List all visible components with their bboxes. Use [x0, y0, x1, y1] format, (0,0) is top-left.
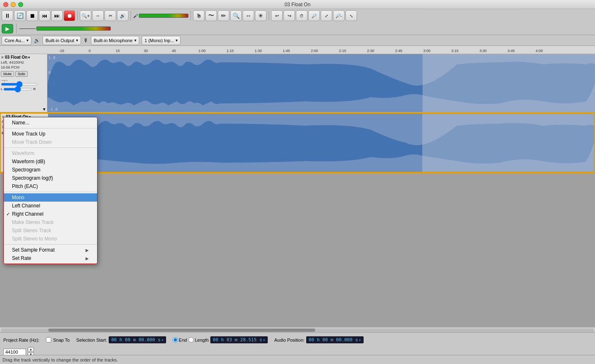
scrollbar-thumb[interactable] — [48, 328, 315, 332]
tool-pencil[interactable]: ✏ — [218, 10, 229, 21]
track-1-buttons: Mute Solo — [1, 71, 46, 77]
track-1-pan-l: L — [1, 87, 2, 91]
ruler-mark: 3:15 — [441, 49, 469, 53]
track-1-mute[interactable]: Mute — [1, 71, 14, 77]
window-controls — [3, 2, 23, 7]
zoom-in-button[interactable]: 🔍+ — [80, 10, 91, 21]
menu-item-label: Waveform — [12, 150, 34, 156]
audio-position-dropdown[interactable]: ▾ — [359, 338, 361, 342]
output-dropdown[interactable]: Built-in Output — [43, 36, 81, 45]
project-rate-label: Project Rate (Hz): — [3, 338, 39, 343]
menu-item-set-rate[interactable]: Set Rate▶ — [4, 254, 97, 262]
undo-button[interactable]: ↩ — [271, 10, 283, 21]
menu-item-spectrogram-logf[interactable]: Spectrogram log(f) — [4, 174, 97, 182]
snap-to-checkbox[interactable] — [46, 337, 51, 343]
end-value[interactable]: 00 h 03 m 28.515 s ▾ — [210, 336, 268, 343]
end-radio-label[interactable]: End — [173, 337, 187, 343]
track-1-pan-r: R — [33, 87, 36, 91]
audio-host-dropdown[interactable]: Core Au... — [2, 36, 31, 45]
track-1-collapse[interactable]: ▼ — [42, 107, 46, 112]
end-value-dropdown[interactable]: ▾ — [263, 338, 265, 342]
menu-item-left-channel[interactable]: Left Channel — [4, 202, 97, 210]
track-1-gain-slider[interactable] — [1, 83, 38, 86]
length-radio-label[interactable]: Length — [188, 337, 209, 343]
menu-item-move-track-down: Move Track Down — [4, 138, 97, 146]
stop-button[interactable]: ⏹ — [26, 10, 38, 21]
selection-start-dropdown[interactable]: ▾ — [161, 338, 163, 342]
zoom-sel-button[interactable]: 🔎 — [308, 10, 320, 21]
track-1-pan-slider[interactable] — [3, 88, 32, 90]
length-radio[interactable] — [188, 337, 194, 343]
track-1-pan: L R — [1, 87, 46, 91]
end-radio[interactable] — [173, 337, 178, 343]
tool-zoom[interactable]: 🔍 — [230, 10, 242, 21]
tool-select[interactable]: 🖱 — [193, 10, 205, 21]
minimize-button[interactable] — [11, 2, 16, 7]
menu-item-label: Name... — [12, 120, 29, 126]
menu-item-label: Move Track Down — [12, 139, 52, 145]
menu-item-right-channel[interactable]: ✓Right Channel — [4, 210, 97, 218]
zoom-full-button[interactable]: ⤡ — [345, 10, 357, 21]
close-button[interactable] — [3, 2, 8, 7]
snap-to-group: Snap To — [46, 337, 69, 343]
svg-rect-9 — [423, 54, 595, 112]
play-button[interactable]: ▶ — [2, 24, 13, 33]
project-rate-up[interactable]: ▲ — [28, 347, 34, 352]
zoom-fit-button[interactable]: ⤢ — [321, 10, 332, 21]
context-menu: Name...Move Track UpMove Track DownWavef… — [3, 117, 98, 264]
menu-item-move-track-up[interactable]: Move Track Up — [4, 130, 97, 138]
track-1-close[interactable]: ✕ — [1, 55, 4, 59]
back-button[interactable]: ⏮ — [39, 10, 50, 21]
redo-button[interactable]: ↪ — [283, 10, 295, 21]
tool-envelope[interactable]: 〜 — [205, 10, 217, 21]
title-bar: 03 Float On — [0, 0, 595, 9]
menu-item-pitch-eac[interactable]: Pitch (EAC) — [4, 182, 97, 190]
end-value-text: 00 h 03 m 28.515 s — [213, 337, 262, 343]
mic-icon: 🎙 — [83, 38, 88, 43]
svg-text:−1.0: −1.0 — [48, 107, 58, 112]
ruler-mark: 15 — [104, 49, 132, 53]
input-meter-area: 🎤 — [133, 14, 188, 18]
project-rate-input[interactable] — [3, 349, 26, 355]
toolbar-separator-2 — [131, 11, 131, 21]
ruler-mark: 45 — [160, 49, 188, 53]
toolbar-separator-1 — [77, 11, 78, 21]
menu-item-label: Spectrogram log(f) — [12, 175, 53, 181]
track-1-waveform: /* SVG content inline - using path */ 1.… — [48, 54, 595, 112]
speaker-button[interactable]: 🔊 — [117, 10, 129, 21]
track-1-solo[interactable]: Solo — [15, 71, 28, 77]
bottom-bar: Project Rate (Hz): Snap To Selection Sta… — [0, 332, 595, 355]
ruler-mark: -15 — [48, 49, 76, 53]
menu-item-split-stereo-to-mono: Split Stereo to Mono — [4, 235, 97, 243]
status-row: Project Rate (Hz): Snap To Selection Sta… — [0, 333, 595, 347]
track-1-dropdown-arrow[interactable]: ▾ — [28, 55, 30, 59]
pause-button[interactable]: ⏸ — [2, 10, 13, 21]
toolbar-row2: ▶ ───── — [0, 22, 595, 35]
menu-item-spectrogram[interactable]: Spectrogram — [4, 166, 97, 174]
audio-position-label: Audio Position: — [274, 338, 305, 343]
end-label: End — [179, 338, 187, 343]
zoom-out-button[interactable]: 🔎- — [333, 10, 345, 21]
menu-item-waveform-db[interactable]: Waveform (dB) — [4, 157, 97, 166]
menu-item-set-sample-format[interactable]: Set Sample Format▶ — [4, 246, 97, 254]
playback-meter-bar — [36, 26, 111, 31]
tool-timeshift[interactable]: ↔ — [243, 10, 254, 21]
input-dropdown[interactable]: Built-in Microphone — [91, 36, 139, 45]
forward-button[interactable]: ⏭ — [51, 10, 63, 21]
menu-item-mono[interactable]: Mono — [4, 193, 97, 202]
record-button[interactable]: ⏺ — [64, 10, 75, 21]
trim-button[interactable]: ✂ — [105, 10, 116, 21]
maximize-button[interactable] — [18, 2, 23, 7]
audio-position-value[interactable]: 00 h 00 m 00.000 s ▾ — [306, 336, 364, 343]
track-1-name[interactable]: 03 Float On — [5, 55, 27, 59]
tool-multi[interactable]: ✳ — [255, 10, 267, 21]
loop-button[interactable]: 🔄 — [14, 10, 26, 21]
menu-separator — [4, 148, 97, 148]
menu-item-name[interactable]: Name... — [4, 119, 97, 127]
svg-rect-11 — [422, 114, 594, 172]
menu-item-waveform: Waveform — [4, 149, 97, 157]
fit-button[interactable]: ↔ — [92, 10, 104, 21]
selection-start-value[interactable]: 00 h 00 m 00.000 s ▾ — [109, 336, 166, 343]
sync-button[interactable]: ⏱ — [296, 10, 307, 21]
channels-dropdown[interactable]: 1 (Mono) Inp... — [142, 36, 181, 45]
